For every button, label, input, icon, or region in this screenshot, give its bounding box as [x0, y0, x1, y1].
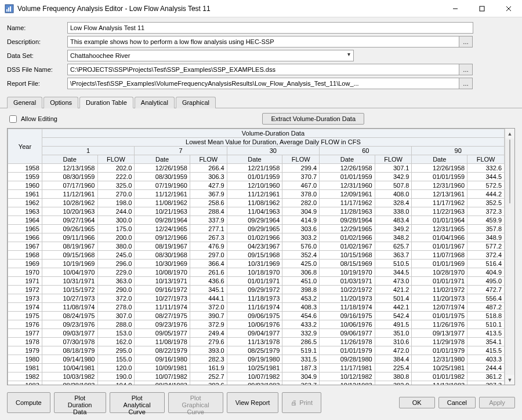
table-row[interactable]: 196509/26/1965175.012/24/1965277.109/29/… — [8, 225, 505, 233]
scroll-up-arrow-icon[interactable]: ▲ — [505, 129, 514, 138]
cell-flow: 290.0 — [97, 286, 135, 294]
cell-flow: 352.5 — [467, 199, 505, 207]
cell-flow: 244.0 — [97, 207, 135, 216]
cell-date: 01/01/1975 — [412, 312, 467, 320]
allow-editing-checkbox[interactable]: Allow Editing — [7, 114, 57, 125]
compute-button[interactable]: Compute — [7, 392, 50, 413]
reportfile-field[interactable] — [67, 78, 459, 89]
cell-flow: 372.3 — [467, 207, 505, 216]
table-row[interactable]: 196708/19/1967380.008/19/1967476.904/23/… — [8, 242, 505, 251]
cell-date: 10/31/1971 — [42, 277, 97, 286]
cell-date: 07/30/1978 — [42, 338, 97, 346]
plot-duration-button[interactable]: Plot Duration Data — [54, 392, 106, 413]
plot-analytical-button[interactable]: Plot Analytical Curve — [110, 392, 165, 413]
cell-flow: 278.0 — [97, 303, 135, 312]
table-row[interactable]: 197807/30/1978162.011/08/1978279.611/13/… — [8, 338, 505, 346]
cell-date: 01/04/1966 — [412, 233, 467, 242]
cell-flow: 372.4 — [467, 251, 505, 260]
table-row[interactable]: 197709/03/1977153.009/05/1977249.409/04/… — [8, 329, 505, 338]
cell-date: 12/31/1960 — [320, 181, 375, 190]
cell-date: 01/01/1959 — [320, 173, 375, 181]
tab-analytical[interactable]: Analytical — [135, 97, 175, 108]
table-row[interactable]: 198110/04/1981120.010/09/1981161.910/25/… — [8, 364, 505, 372]
print-button[interactable]: 🖨Print — [282, 392, 321, 413]
table-row[interactable]: 196910/19/1969296.010/30/1969366.410/31/… — [8, 260, 505, 268]
cell-year: 1971 — [8, 277, 42, 286]
table-row[interactable]: 197110/31/1971363.010/13/1971436.601/01/… — [8, 277, 505, 286]
cell-date: 10/06/1976 — [227, 320, 282, 329]
table-row[interactable]: 196111/12/1961270.011/12/1961367.911/12/… — [8, 190, 505, 199]
cell-flow: 225.4 — [375, 364, 412, 372]
cell-flow: 348.9 — [467, 233, 505, 242]
cell-flow: 518.8 — [467, 312, 505, 320]
cell-flow: 245.0 — [97, 251, 135, 260]
table-row[interactable]: 196007/17/1960325.007/19/1960427.912/10/… — [8, 181, 505, 190]
scroll-thumb[interactable] — [509, 140, 510, 203]
name-field[interactable] — [67, 22, 473, 34]
table-row[interactable]: 195812/13/1958202.012/26/1958266.412/21/… — [8, 164, 505, 173]
table-row[interactable]: 197411/08/1974278.011/11/1974372.011/16/… — [8, 303, 505, 312]
plot-graphical-button[interactable]: Plot Graphical Curve — [168, 392, 223, 413]
tab-options[interactable]: Options — [44, 97, 78, 108]
apply-button[interactable]: Apply — [479, 397, 515, 408]
cell-date: 11/04/1963 — [227, 207, 282, 216]
cell-date: 10/27/1973 — [135, 294, 190, 303]
cell-flow: 398.8 — [282, 286, 320, 294]
vertical-scrollbar[interactable]: ▲ ▼ — [505, 129, 514, 385]
cancel-button[interactable]: Cancel — [438, 397, 476, 408]
tab-general[interactable]: General — [7, 97, 42, 108]
cell-date: 08/19/1967 — [42, 242, 97, 251]
table-row[interactable]: 198210/03/1982190.010/07/1982252.710/07/… — [8, 372, 505, 381]
cell-date: 11/08/1962 — [227, 199, 282, 207]
table-row[interactable]: 196210/28/1962198.011/08/1962258.611/08/… — [8, 199, 505, 207]
cell-flow: 282.0 — [282, 199, 320, 207]
table-row[interactable]: 197010/04/1970229.010/08/1970261.610/18/… — [8, 268, 505, 277]
cell-flow: 577.2 — [467, 242, 505, 251]
cell-date: 11/08/1962 — [135, 199, 190, 207]
table-row[interactable]: 196809/15/1968245.008/30/1968297.009/15/… — [8, 251, 505, 260]
cell-date: 11/17/1962 — [320, 199, 375, 207]
cell-date: 09/19/1980 — [227, 355, 282, 364]
cell-date: 09/15/1968 — [227, 251, 282, 260]
table-row[interactable]: 198009/14/1980155.009/16/1980282.309/19/… — [8, 355, 505, 364]
cell-date: 01/01/1959 — [227, 173, 282, 181]
col-flow: FLOW — [375, 155, 412, 164]
description-expand-button[interactable]: … — [459, 36, 473, 48]
cell-flow: 222.0 — [97, 173, 135, 181]
view-report-button[interactable]: View Report — [227, 392, 279, 413]
cell-year: 1973 — [8, 294, 42, 303]
maximize-button[interactable] — [469, 0, 495, 17]
extract-data-button[interactable]: Extract Volume-Duration Data — [262, 113, 364, 125]
table-row[interactable]: 197310/27/1973372.010/27/1973444.111/18/… — [8, 294, 505, 303]
close-button[interactable] — [495, 0, 522, 17]
dssfile-browse-button[interactable]: … — [459, 64, 473, 75]
tab-duration-table[interactable]: Duration Table — [79, 97, 133, 108]
table-row[interactable]: 197908/18/1979295.008/22/1979393.008/25/… — [8, 346, 505, 355]
minimize-button[interactable] — [442, 0, 469, 17]
cell-flow: 349.2 — [375, 225, 412, 233]
cell-flow: 288.0 — [97, 320, 135, 329]
table-row[interactable]: 197210/15/1972290.009/16/1972345.109/29/… — [8, 286, 505, 294]
dataset-combo[interactable]: Chattahoochee River — [67, 50, 354, 61]
cell-flow: 408.3 — [282, 303, 320, 312]
tab-graphical[interactable]: Graphical — [176, 97, 216, 108]
ok-button[interactable]: OK — [399, 397, 435, 408]
description-field[interactable] — [67, 36, 459, 48]
allow-editing-input[interactable] — [9, 115, 17, 123]
table-row[interactable]: 197609/23/1976288.009/23/1976372.910/06/… — [8, 320, 505, 329]
table-row[interactable]: 197508/24/1975307.008/27/1975390.709/06/… — [8, 312, 505, 320]
dssfile-field[interactable] — [67, 64, 459, 75]
table-row[interactable]: 196310/20/1963244.010/21/1963288.411/04/… — [8, 207, 505, 216]
cell-date: 11/08/1974 — [42, 303, 97, 312]
table-row[interactable]: 195908/30/1959222.008/30/1959306.301/01/… — [8, 173, 505, 181]
cell-year: 1965 — [8, 225, 42, 233]
table-row[interactable]: 198308/28/1983194.008/24/1983302.609/03/… — [8, 381, 505, 385]
cell-date: 10/09/1981 — [135, 364, 190, 372]
cell-flow: 476.9 — [190, 242, 227, 251]
table-row[interactable]: 196409/27/1964300.009/28/1964337.909/29/… — [8, 216, 505, 225]
table-row[interactable]: 196609/11/1966200.009/12/1966267.301/02/… — [8, 233, 505, 242]
reportfile-browse-button[interactable]: … — [459, 78, 473, 89]
scroll-down-arrow-icon[interactable]: ▼ — [505, 375, 514, 385]
cell-date: 12/31/1960 — [412, 181, 467, 190]
cell-date: 12/26/1958 — [320, 164, 375, 173]
